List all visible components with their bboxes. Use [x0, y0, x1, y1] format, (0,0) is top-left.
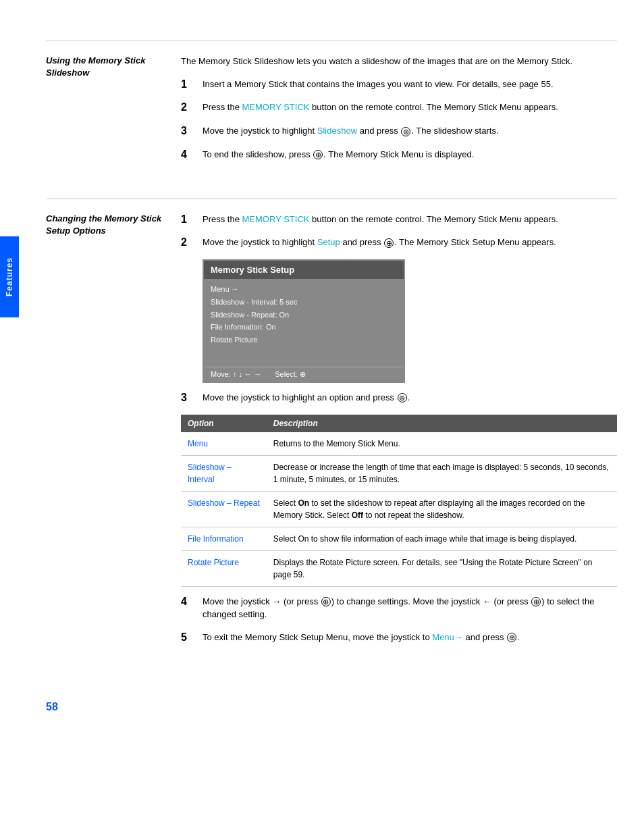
table-row: Slideshow – Repeat Select On to set the … [181, 491, 617, 527]
table-body: Menu Returns to the Memory Stick Menu. S… [181, 432, 617, 587]
circle-plus-2: ⊕ [313, 150, 323, 159]
section-using-memory-stick: Using the Memory Stick Slideshow The Mem… [46, 41, 617, 172]
section1-body: The Memory Stick Slideshow lets you watc… [181, 55, 617, 172]
col-header-option: Option [181, 415, 267, 432]
circle-plus-5: ⊕ [321, 597, 331, 606]
step-1-3-text: Move the joystick to highlight Slideshow… [203, 124, 499, 138]
desc-interval: Decrease or increase the length of time … [267, 455, 617, 491]
menu-box-body: Menu → Slideshow - Interval: 5 sec Slide… [204, 279, 404, 366]
desc-repeat: Select On to set the slideshow to repeat… [267, 491, 617, 527]
step-2-5-text: To exit the Memory Stick Setup Menu, mov… [203, 631, 520, 644]
col-header-description: Description [267, 415, 617, 432]
menu-box-header: Memory Stick Setup [204, 261, 404, 279]
menu-item-file-info: File Information: On [211, 321, 397, 334]
step-2-3-text: Move the joystick to highlight an option… [203, 391, 410, 405]
step-2-4-text: Move the joystick → (or press ⊕) to chan… [203, 595, 617, 621]
option-file-info: File Information [181, 527, 267, 550]
table-row: Rotate Picture Displays the Rotate Pictu… [181, 550, 617, 586]
sidebar-label: Features [5, 257, 14, 296]
step-1-1-text: Insert a Memory Stick that contains the … [203, 78, 554, 91]
step-2-1: Press the MEMORY STICK button on the rem… [181, 213, 617, 227]
page-container: Features Using the Memory Stick Slidesho… [0, 0, 644, 834]
step-2-4: Move the joystick → (or press ⊕) to chan… [181, 595, 617, 621]
option-interval: Slideshow –Interval [181, 455, 267, 491]
option-menu: Menu [181, 432, 267, 456]
section2-body: Press the MEMORY STICK button on the rem… [181, 213, 617, 654]
step-1-2: Press the MEMORY STICK button on the rem… [181, 101, 617, 115]
section2-steps-final: Move the joystick → (or press ⊕) to chan… [181, 595, 617, 645]
section1-steps: Insert a Memory Stick that contains the … [181, 78, 617, 162]
circle-plus-3: ⊕ [384, 238, 394, 248]
step-2-5: To exit the Memory Stick Setup Menu, mov… [181, 631, 617, 645]
circle-plus-1: ⊕ [401, 127, 410, 136]
desc-file-info: Select On to show file information of ea… [267, 527, 617, 550]
step-1-4: To end the slideshow, press ⊕. The Memor… [181, 148, 617, 162]
table-row: Slideshow –Interval Decrease or increase… [181, 455, 617, 491]
desc-menu: Returns to the Memory Stick Menu. [267, 432, 617, 456]
step-2-2: Move the joystick to highlight Setup and… [181, 236, 617, 250]
main-content: Using the Memory Stick Slideshow The Mem… [19, 0, 644, 834]
table-row: Menu Returns to the Memory Stick Menu. [181, 432, 617, 456]
table-header-row: Option Description [181, 415, 617, 432]
desc-rotate: Displays the Rotate Picture screen. For … [267, 550, 617, 586]
options-table: Option Description Menu Returns to the M… [181, 415, 617, 587]
menu-item-repeat: Slideshow - Repeat: On [211, 309, 397, 321]
memory-stick-link-2: MEMORY STICK [242, 214, 310, 224]
step-2-3: Move the joystick to highlight an option… [181, 391, 617, 405]
memory-stick-link-1: MEMORY STICK [242, 102, 310, 112]
circle-plus-7: ⊕ [507, 633, 516, 642]
circle-plus-6: ⊕ [531, 597, 541, 606]
menu-item-menu: Menu → [211, 283, 397, 296]
step-2-2-text: Move the joystick to highlight Setup and… [203, 236, 556, 249]
section2-steps: Press the MEMORY STICK button on the rem… [181, 213, 617, 251]
section-changing-setup: Changing the Memory Stick Setup Options … [46, 199, 617, 654]
section2-title: Changing the Memory Stick Setup Options [46, 213, 181, 654]
step-1-2-text: Press the MEMORY STICK button on the rem… [203, 101, 558, 114]
slideshow-link-1: Slideshow [317, 126, 357, 136]
section1-intro: The Memory Stick Slideshow lets you watc… [181, 55, 617, 68]
step-1-4-text: To end the slideshow, press ⊕. The Memor… [203, 148, 474, 161]
section2-steps-continued: Move the joystick to highlight an option… [181, 391, 617, 405]
menu-box: Memory Stick Setup Menu → Slideshow - In… [203, 259, 405, 382]
option-rotate: Rotate Picture [181, 550, 267, 586]
step-2-1-text: Press the MEMORY STICK button on the rem… [203, 213, 558, 226]
menu-box-footer: Move: ↑ ↓ ← → Select: ⊕ [204, 367, 404, 382]
menu-item-interval: Slideshow - Interval: 5 sec [211, 296, 397, 309]
section1-title: Using the Memory Stick Slideshow [46, 55, 181, 172]
menu-footer-move: Move: ↑ ↓ ← → [211, 370, 261, 379]
setup-link: Setup [317, 237, 340, 247]
menu-footer-select: Select: ⊕ [275, 370, 306, 379]
step-1-3: Move the joystick to highlight Slideshow… [181, 124, 617, 138]
menu-item-rotate: Rotate Picture [211, 334, 397, 346]
option-repeat: Slideshow – Repeat [181, 491, 267, 527]
table-row: File Information Select On to show file … [181, 527, 617, 550]
page-number: 58 [46, 701, 617, 713]
sidebar-tab: Features [0, 236, 19, 317]
step-1-1: Insert a Memory Stick that contains the … [181, 78, 617, 92]
circle-plus-4: ⊕ [398, 393, 407, 402]
menu-return-link: Menu→ [432, 632, 463, 642]
